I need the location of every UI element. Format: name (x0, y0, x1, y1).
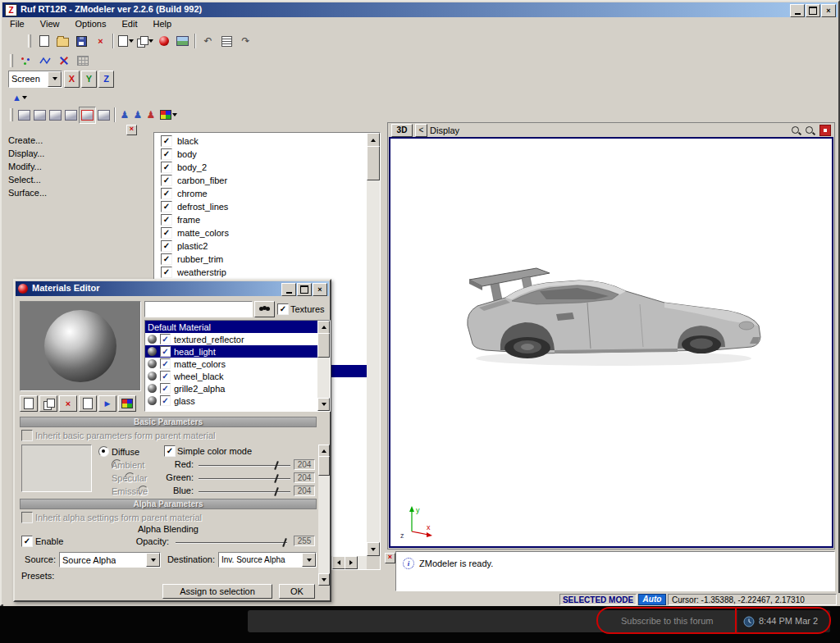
vertices-tool-button[interactable] (16, 52, 35, 69)
material-row[interactable]: ✓ glass (145, 394, 317, 407)
dialog-maximize-button[interactable] (297, 283, 312, 296)
scroll-thumb[interactable] (367, 146, 380, 180)
viewport-canvas[interactable]: y x z (389, 137, 833, 548)
layer-row[interactable]: ✓weatherstrip (154, 266, 367, 279)
layer-row[interactable]: ✓frame (154, 213, 367, 226)
scroll-up-button[interactable] (317, 321, 330, 334)
layer-checkbox[interactable]: ✓ (161, 227, 172, 239)
layer-row[interactable]: ✓body_2 (154, 161, 367, 174)
materials-button[interactable] (154, 33, 173, 49)
layer-checkbox[interactable]: ✓ (161, 135, 172, 147)
animation-button[interactable]: ♟ (144, 107, 158, 123)
view-cube-button-3[interactable] (48, 107, 63, 123)
layer-checkbox[interactable]: ✓ (161, 240, 172, 252)
material-label[interactable]: head_light (174, 347, 216, 357)
layer-label[interactable]: chrome (177, 189, 208, 198)
zoom-region-icon[interactable] (806, 126, 813, 134)
primitive-dropdown-button[interactable]: ▲ (8, 89, 31, 106)
scroll-right-button[interactable] (345, 556, 358, 569)
new-material-button[interactable] (20, 395, 38, 412)
menu-view[interactable]: View (34, 18, 66, 30)
assign-to-selection-button[interactable]: Assign to selection (162, 584, 272, 599)
dialog-minimize-button[interactable] (281, 283, 296, 296)
destination-combobox[interactable]: Inv. Source Alpha (218, 552, 317, 568)
tools-panel-close-button[interactable]: × (126, 125, 137, 135)
tools-menu-item-create[interactable]: Create... (8, 135, 43, 145)
scroll-left-button[interactable] (332, 556, 345, 569)
tools-menu-item-select[interactable]: Select... (8, 175, 41, 185)
menu-options[interactable]: Options (69, 18, 113, 30)
materials-vscrollbar[interactable] (317, 321, 330, 411)
axis-z-button[interactable]: Z (98, 71, 114, 88)
tools-menu-item-modify[interactable]: Modify... (8, 162, 42, 171)
layer-label[interactable]: carbon_fiber (177, 176, 227, 185)
render-button[interactable] (173, 33, 192, 49)
grid-tool-button[interactable] (73, 52, 92, 69)
material-row[interactable]: ✓ grille2_alpha (145, 382, 317, 394)
layer-label[interactable]: body (177, 149, 197, 159)
layer-row[interactable]: ✓matte_colors (154, 226, 367, 239)
dialog-close-button[interactable]: × (313, 283, 327, 296)
status-auto-badge[interactable]: Auto (638, 594, 666, 605)
layer-checkbox[interactable]: ✓ (161, 148, 172, 160)
toolbar-grip[interactable] (10, 54, 13, 67)
scroll-up-button[interactable] (318, 445, 330, 457)
layer-label[interactable]: body_2 (177, 162, 207, 172)
material-search-input[interactable] (144, 301, 253, 317)
scroll-down-button[interactable] (318, 573, 330, 586)
material-label[interactable]: grille2_alpha (174, 384, 225, 394)
enable-checkbox[interactable]: ✓ (21, 536, 33, 547)
parameters-scrollbar[interactable] (318, 445, 330, 586)
source-combobox[interactable]: Source Alpha (59, 552, 161, 568)
scroll-down-button[interactable] (317, 398, 330, 411)
view-cube-button-6[interactable] (96, 107, 112, 123)
material-label[interactable]: matte_colors (174, 359, 226, 369)
view-cube-button-5-pressed[interactable] (79, 107, 96, 124)
material-checkbox[interactable]: ✓ (160, 371, 171, 381)
material-label[interactable]: textured_reflector (174, 335, 244, 344)
layer-row[interactable]: ✓plastic2 (154, 239, 367, 253)
axis-x-button[interactable]: X (64, 71, 80, 88)
layer-checkbox[interactable]: ✓ (161, 214, 172, 226)
materials-list-header[interactable]: Default Material (145, 321, 317, 333)
inherit-basic-checkbox[interactable] (21, 430, 33, 441)
edges-tool-button[interactable] (35, 52, 54, 69)
copy-material-button[interactable] (79, 395, 97, 412)
textures-checkbox[interactable]: ✓ (277, 303, 289, 315)
view-cube-button-1[interactable] (16, 107, 32, 123)
layer-row[interactable]: ✓black (154, 135, 367, 148)
layer-checkbox[interactable]: ✓ (161, 201, 172, 212)
material-row[interactable]: ✓ textured_reflector (145, 333, 317, 345)
material-checkbox[interactable]: ✓ (160, 395, 171, 406)
toolbar-grip[interactable] (28, 34, 31, 48)
scroll-thumb[interactable] (317, 333, 330, 358)
zoom-icon[interactable] (792, 126, 799, 134)
maximize-button[interactable] (806, 4, 820, 17)
layer-checkbox[interactable]: ✓ (161, 267, 172, 278)
log-close-button[interactable]: × (385, 553, 395, 563)
material-checkbox[interactable]: ✓ (160, 346, 171, 357)
menu-edit[interactable]: Edit (116, 18, 144, 30)
axis-y-button[interactable]: Y (81, 71, 97, 88)
layer-label[interactable]: rubber_trim (177, 254, 223, 264)
material-label[interactable]: wheel_black (174, 372, 224, 381)
cross-tool-button[interactable] (54, 52, 73, 69)
toolbar-grip[interactable] (10, 108, 13, 121)
menu-file[interactable]: File (3, 18, 31, 30)
layer-checkbox[interactable]: ✓ (161, 253, 172, 265)
material-row-selected[interactable]: ✓ head_light (145, 345, 317, 358)
save-button[interactable] (72, 33, 91, 49)
layers-vscrollbar[interactable] (367, 133, 380, 556)
dialog-title-bar[interactable]: Materials Editor × (16, 281, 329, 296)
scroll-down-button[interactable] (367, 542, 380, 556)
combo-dropdown-button[interactable] (48, 71, 62, 87)
material-checkbox[interactable]: ✓ (160, 334, 171, 344)
layer-checkbox[interactable]: ✓ (161, 188, 172, 199)
redo-button[interactable]: ↷ (236, 33, 255, 49)
minimize-button[interactable] (790, 4, 805, 17)
viewport-view-label[interactable]: Display (430, 125, 459, 135)
material-row[interactable]: ✓ wheel_black (145, 370, 317, 382)
skeleton-button-1[interactable]: ♟ (118, 107, 131, 123)
layer-checkbox[interactable]: ✓ (161, 175, 172, 186)
combo-dropdown-button[interactable] (302, 553, 316, 567)
